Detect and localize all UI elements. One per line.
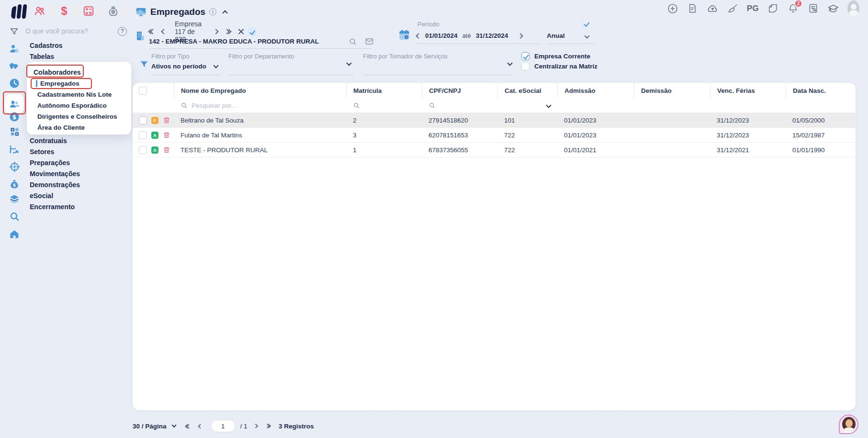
sidebar-item-encerramento[interactable]: Encerramento	[30, 202, 80, 213]
period-start[interactable]: 01/01/2024	[425, 32, 458, 39]
new-document-icon[interactable]	[687, 2, 699, 14]
select-all-checkbox[interactable]	[139, 87, 147, 95]
row-checkbox[interactable]	[139, 146, 147, 154]
audit-log-icon[interactable]	[807, 2, 819, 14]
filter-tomador[interactable]: Filtro por Tomador de Serviços	[363, 53, 512, 65]
col-cat-esocial[interactable]: Cat. eSocial	[497, 83, 557, 98]
company-mail-icon[interactable]	[365, 37, 374, 46]
clear-company-icon[interactable]	[238, 29, 241, 35]
col-nome[interactable]: Nome do Empregado	[174, 83, 346, 98]
calculator-module-icon[interactable]	[80, 3, 97, 19]
table-header-row: Nome do Empregado Matrícula CPF/CNPJ Cat…	[133, 83, 856, 98]
delete-icon[interactable]	[163, 131, 170, 139]
period-checkbox[interactable]	[582, 20, 583, 29]
table-row[interactable]: A TESTE - PRODUTOR RURAL 1 67837356055 7…	[133, 143, 856, 157]
info-icon[interactable]: i	[209, 8, 216, 15]
submenu-item-dirigentes-conselheiros[interactable]: Dirigentes e Conselheiros	[32, 111, 131, 122]
col-demissao[interactable]: Demissão	[634, 83, 710, 98]
help-icon[interactable]: ?	[118, 27, 127, 36]
sidebar-item-contratuais[interactable]: Contratuais	[30, 135, 80, 146]
rail-promotions-icon[interactable]	[8, 143, 21, 156]
rail-layers-icon[interactable]	[8, 192, 21, 206]
sidebar-item-tabelas[interactable]: Tabelas	[30, 51, 62, 62]
filter-tipo[interactable]: Filtro por Tipo Ativos no período	[151, 53, 218, 70]
payroll-module-icon[interactable]: $	[56, 3, 72, 19]
col-cpf-cnpj[interactable]: CPF/CNPJ	[422, 83, 497, 98]
prev-page-icon[interactable]	[198, 424, 203, 428]
per-page-chevron-icon[interactable]	[171, 423, 176, 427]
rail-registrations-icon[interactable]	[8, 42, 21, 56]
next-page-icon[interactable]	[253, 424, 258, 428]
sidebar-item-setores[interactable]: Setores	[30, 146, 80, 157]
sidebar-item-colaboradores[interactable]: Colaboradores	[32, 67, 131, 78]
support-chat-avatar[interactable]	[839, 415, 858, 434]
company-name[interactable]: 142 - EMPRESA - MAKRO EDUCA - PRODUTOR R…	[149, 38, 319, 45]
next-period-icon[interactable]	[518, 33, 523, 38]
submenu-item-area-do-cliente[interactable]: Área do Cliente	[32, 122, 131, 133]
rail-payroll-bag-icon[interactable]: $	[8, 178, 21, 191]
next-company-icon[interactable]	[213, 29, 218, 34]
centralizar-matriz-checkbox[interactable]	[521, 62, 530, 70]
add-icon[interactable]	[666, 2, 678, 14]
rail-preparations-icon[interactable]	[8, 160, 21, 173]
pages-icon[interactable]	[767, 2, 779, 14]
rail-payments-icon[interactable]: $	[8, 110, 21, 124]
company-search-icon[interactable]	[349, 37, 357, 46]
row-checkbox[interactable]	[139, 116, 147, 124]
sidebar-item-esocial[interactable]: eSocial	[30, 191, 80, 202]
filter-departamento[interactable]: Filtro por Departamento	[228, 53, 351, 65]
rail-history-icon[interactable]	[8, 77, 21, 90]
period-mode-select[interactable]: Anual	[547, 32, 589, 39]
sidebar-search-input[interactable]	[25, 27, 102, 35]
col-data-nasc[interactable]: Data Nasc.	[786, 83, 856, 98]
collapse-header-icon[interactable]	[222, 10, 227, 15]
row-checkbox[interactable]	[139, 131, 147, 139]
page-number-input[interactable]	[211, 420, 236, 432]
table-row[interactable]: A Fulano de Tal Martins 3 62078151653 72…	[133, 128, 856, 143]
rail-search-icon[interactable]	[8, 210, 21, 223]
company-tools	[349, 37, 374, 46]
sidebar-item-preparacoes[interactable]: Preparações	[30, 157, 80, 168]
training-icon[interactable]	[827, 2, 839, 14]
sidebar-item-demonstracoes[interactable]: Demonstrações	[30, 180, 80, 191]
notifications-icon[interactable]: 2	[787, 2, 799, 14]
employees-module-icon[interactable]	[32, 3, 48, 19]
submenu-item-empregados[interactable]: Empregados	[32, 78, 131, 89]
col-admissao[interactable]: Admissão	[557, 83, 634, 98]
funds-module-icon[interactable]	[105, 3, 121, 19]
pg-button[interactable]: PG	[747, 2, 759, 14]
delete-icon[interactable]	[163, 116, 170, 124]
last-page-icon[interactable]	[266, 425, 270, 428]
sidebar-item-cadastros[interactable]: Cadastros	[30, 40, 62, 51]
col-matricula[interactable]: Matrícula	[346, 83, 422, 98]
submenu-item-autonomo-esporadico[interactable]: Autônomo Esporádico	[32, 100, 131, 111]
cpf-search-icon[interactable]	[428, 102, 436, 109]
delete-icon[interactable]	[163, 146, 170, 154]
app-logo[interactable]	[11, 4, 26, 19]
table-row[interactable]: F Beltrano de Tal Souza 2 27914518620 10…	[133, 113, 856, 128]
cell-cat: 722	[497, 128, 557, 142]
clean-icon[interactable]	[727, 2, 739, 14]
cloud-upload-icon[interactable]	[707, 2, 719, 14]
first-page-icon[interactable]	[186, 425, 190, 428]
sidebar-item-movimentacoes[interactable]: Movimentações	[30, 168, 80, 180]
company-checkbox[interactable]	[248, 28, 256, 36]
matricula-search-icon[interactable]	[353, 102, 360, 109]
submenu-item-cadastramento-nis-lote[interactable]: Cadastramento Nis Lote	[32, 89, 131, 100]
cat-esocial-filter-icon[interactable]	[546, 102, 551, 108]
profile-avatar[interactable]	[847, 2, 859, 14]
rail-calculations-icon[interactable]	[8, 125, 21, 138]
empresa-corrente-checkbox[interactable]	[521, 52, 530, 60]
last-company-icon[interactable]	[225, 30, 231, 34]
first-company-icon[interactable]	[149, 30, 155, 34]
per-page-value[interactable]: 30 / Página	[133, 423, 167, 430]
prev-company-icon[interactable]	[161, 29, 166, 34]
logo-bar	[11, 6, 17, 19]
rail-home-icon[interactable]	[8, 227, 21, 241]
period-end[interactable]: 31/12/2024	[476, 32, 508, 39]
col-venc-ferias[interactable]: Venc. Férias	[710, 83, 786, 98]
name-search-input[interactable]	[192, 102, 297, 109]
rail-contracts-icon[interactable]	[8, 59, 21, 72]
filter-outline-icon[interactable]	[10, 27, 19, 36]
prev-period-icon[interactable]	[416, 33, 421, 38]
